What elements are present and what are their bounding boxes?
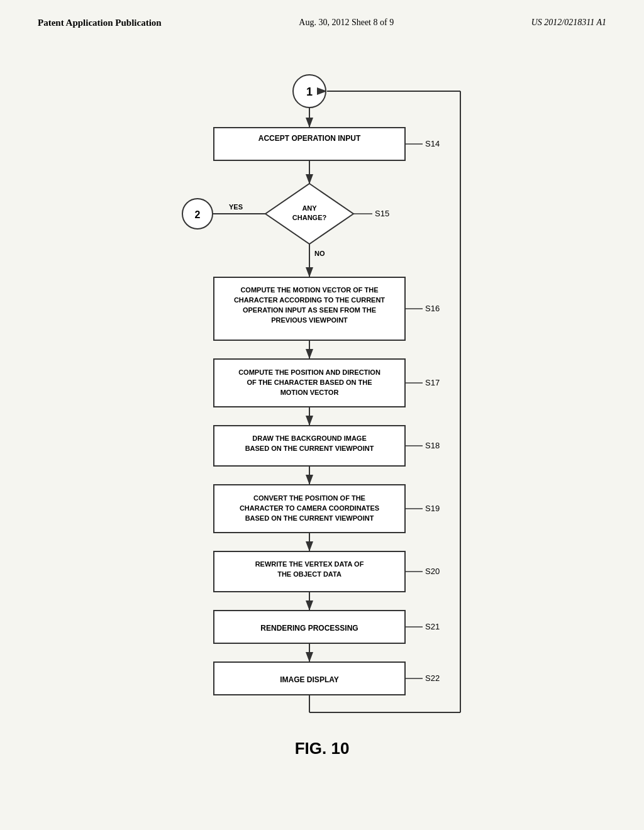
flowchart-svg: 1 ACCEPT OPERATION INPUT S14 ANY CHANGE?…: [102, 53, 542, 745]
s19-line1: CONVERT THE POSITION OF THE: [253, 494, 365, 502]
s19-line2: CHARACTER TO CAMERA COORDINATES: [240, 504, 379, 512]
s16-line1: COMPUTE THE MOTION VECTOR OF THE: [240, 286, 378, 294]
publication-label: Patent Application Publication: [38, 18, 162, 28]
s14-text-line1: ACCEPT OPERATION INPUT: [258, 134, 361, 143]
s19-label: S19: [425, 504, 440, 513]
s20-line2: THE OBJECT DATA: [277, 570, 341, 578]
s15-label: S15: [375, 209, 389, 218]
s17-line1: COMPUTE THE POSITION AND DIRECTION: [238, 368, 380, 376]
s20-line1: REWRITE THE VERTEX DATA OF: [255, 560, 364, 568]
page-header: Patent Application Publication Aug. 30, …: [0, 0, 644, 35]
s19-line3: BASED ON THE CURRENT VIEWPOINT: [245, 514, 374, 522]
s14-label: S14: [425, 139, 440, 148]
s22-label: S22: [425, 673, 440, 683]
start-circle-label: 1: [306, 86, 313, 98]
s15-text-any: ANY: [302, 204, 317, 212]
s18-label: S18: [425, 441, 440, 450]
s21-text: RENDERING PROCESSING: [260, 624, 358, 633]
s16-line2: CHARACTER ACCORDING TO THE CURRENT: [234, 296, 385, 304]
s18-line2: BASED ON THE CURRENT VIEWPOINT: [245, 445, 374, 452]
s17-line2: OF THE CHARACTER BASED ON THE: [247, 379, 372, 386]
s16-line4: PREVIOUS VIEWPOINT: [271, 316, 348, 324]
sheet-info: Aug. 30, 2012 Sheet 8 of 9: [299, 18, 394, 28]
s20-label: S20: [425, 567, 440, 576]
no-label: NO: [314, 250, 325, 257]
s16-label: S16: [425, 304, 440, 313]
s22-text: IMAGE DISPLAY: [280, 675, 339, 684]
s16-line3: OPERATION INPUT AS SEEN FROM THE: [243, 306, 376, 314]
s17-line3: MOTION VECTOR: [280, 389, 339, 396]
s15-text-change: CHANGE?: [292, 214, 327, 221]
s18-line1: DRAW THE BACKGROUND IMAGE: [252, 434, 367, 442]
diagram-area: 1 ACCEPT OPERATION INPUT S14 ANY CHANGE?…: [0, 35, 644, 745]
yes-label: YES: [229, 203, 243, 211]
circle-2-label: 2: [195, 209, 201, 220]
s17-label: S17: [425, 378, 440, 387]
s21-label: S21: [425, 622, 440, 631]
s14-box: [214, 128, 405, 160]
patent-number: US 2012/0218311 A1: [531, 18, 606, 28]
